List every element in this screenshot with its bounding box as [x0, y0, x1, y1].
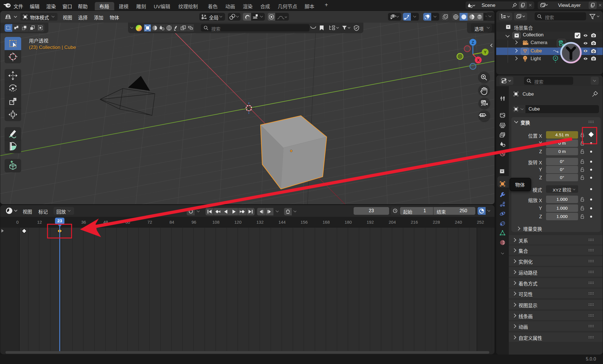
svg-text:Z: Z	[472, 40, 474, 45]
svg-text:X: X	[477, 58, 480, 62]
svg-text:Y: Y	[484, 50, 487, 54]
